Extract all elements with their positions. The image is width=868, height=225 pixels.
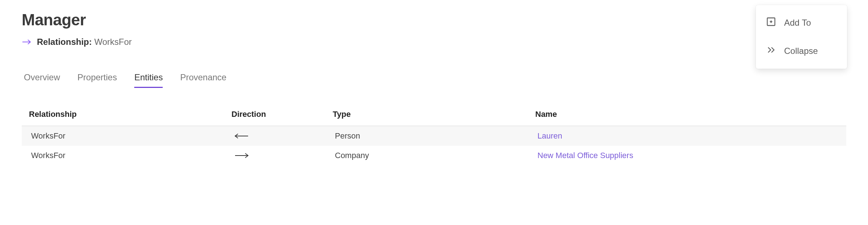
table-header: Relationship Direction Type Name: [22, 110, 846, 126]
entity-link[interactable]: Lauren: [537, 131, 839, 141]
menu-collapse[interactable]: Collapse: [756, 37, 847, 65]
table-row: WorksFor Company New Metal Office Suppli…: [22, 146, 846, 165]
menu-label: Collapse: [784, 46, 818, 56]
cell-relationship: WorksFor: [31, 131, 234, 141]
cell-relationship: WorksFor: [31, 151, 234, 160]
entity-link[interactable]: New Metal Office Suppliers: [537, 151, 839, 160]
add-to-icon: [766, 17, 776, 29]
tab-bar: Overview Properties Entities Provenance: [22, 72, 846, 88]
collapse-icon: [766, 45, 776, 57]
arrow-right-icon: [22, 38, 32, 46]
tab-overview[interactable]: Overview: [24, 72, 60, 88]
page-title: Manager: [22, 11, 846, 29]
entities-table: Relationship Direction Type Name WorksFo…: [22, 110, 846, 165]
relationship-subtitle: Relationship: WorksFor: [22, 37, 846, 47]
menu-label: Add To: [784, 18, 811, 28]
tab-provenance[interactable]: Provenance: [180, 72, 226, 88]
cell-type: Person: [335, 131, 537, 141]
col-relationship: Relationship: [29, 110, 231, 119]
col-type: Type: [333, 110, 535, 119]
menu-add-to[interactable]: Add To: [756, 9, 847, 37]
cell-type: Company: [335, 151, 537, 160]
relationship-value: WorksFor: [94, 37, 132, 47]
context-menu: Add To Collapse: [756, 5, 847, 69]
tab-properties[interactable]: Properties: [77, 72, 117, 88]
table-row: WorksFor Person Lauren: [22, 126, 846, 146]
tab-entities[interactable]: Entities: [134, 72, 163, 88]
col-direction: Direction: [231, 110, 333, 119]
arrow-right-icon: [234, 152, 335, 159]
arrow-left-icon: [234, 133, 335, 139]
relationship-label: Relationship:: [37, 37, 92, 47]
col-name: Name: [535, 110, 839, 119]
